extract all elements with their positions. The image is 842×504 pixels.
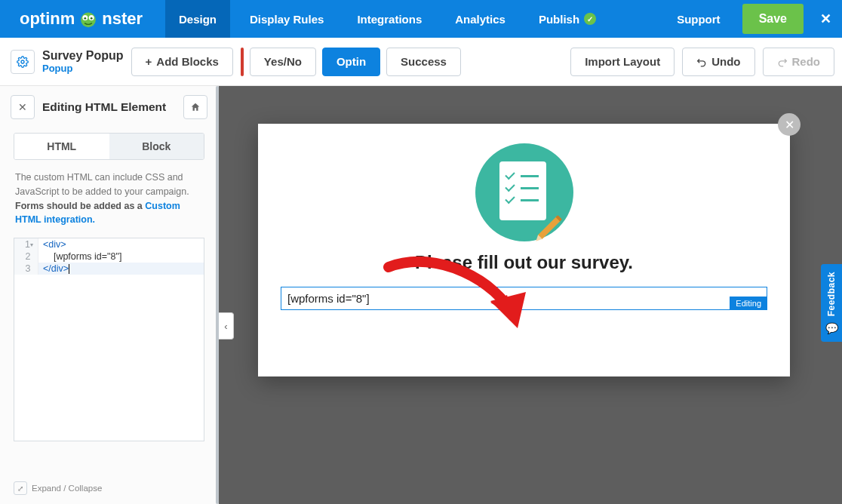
expand-collapse-button[interactable]: ⤢ Expand / Collapse	[14, 481, 102, 495]
step-success-button[interactable]: Success	[386, 48, 461, 76]
survey-checklist-icon	[475, 143, 573, 241]
plus-icon: +	[146, 55, 152, 68]
popup-html-block[interactable]: [wpforms id="8"] Editing	[281, 287, 767, 310]
sidebar-close-button[interactable]: ✕	[11, 95, 35, 119]
close-icon: ✕	[18, 101, 27, 113]
nav-analytics[interactable]: Analytics	[441, 0, 519, 38]
add-blocks-button[interactable]: +Add Blocks	[131, 48, 233, 76]
undo-icon	[696, 57, 707, 67]
step-indicator-bar	[241, 48, 244, 76]
view-step-group: Yes/No Optin Success	[241, 48, 461, 76]
feedback-label: Feedback	[826, 272, 837, 316]
feedback-tab[interactable]: Feedback 💬	[821, 264, 842, 342]
sidebar: ✕ Editing HTML Element HTML Block The cu…	[0, 86, 219, 504]
step-yesno-button[interactable]: Yes/No	[250, 48, 316, 76]
step-optin-button[interactable]: Optin	[322, 48, 380, 76]
redo-button[interactable]: Redo	[763, 48, 835, 76]
campaign-settings-button[interactable]	[11, 50, 35, 74]
nav-tabs: Design Display Rules Integrations Analyt…	[162, 0, 660, 38]
chevron-left-icon: ‹	[224, 321, 227, 332]
logo-text-a: optinm	[20, 9, 75, 29]
publish-check-icon: ✓	[584, 13, 596, 25]
import-layout-button[interactable]: Import Layout	[570, 48, 675, 76]
nav-design[interactable]: Design	[165, 0, 230, 38]
nav-integrations[interactable]: Integrations	[343, 0, 435, 38]
popup-heading[interactable]: Please fill out our survey.	[281, 252, 767, 273]
preview-popup[interactable]: ✕ Please fill out our survey. [wpforms i…	[258, 124, 790, 376]
redo-icon	[777, 57, 788, 67]
sidebar-helptext: The custom HTML can include CSS and Java…	[0, 171, 218, 238]
sidebar-home-button[interactable]	[183, 95, 207, 119]
save-button[interactable]: Save	[742, 4, 804, 34]
top-nav: optinm nster Design Display Rules Integr…	[0, 0, 842, 38]
logo[interactable]: optinm nster	[0, 0, 162, 38]
nav-publish[interactable]: Publish✓	[525, 0, 610, 38]
sidebar-title: Editing HTML Element	[42, 100, 176, 114]
html-block-content: [wpforms id="8"]	[287, 292, 370, 305]
subtab-block[interactable]: Block	[109, 134, 204, 159]
close-app-button[interactable]: ✕	[809, 0, 842, 38]
gear-icon	[17, 56, 29, 68]
preview-canvas: ‹ ✕ Please fill out our survey. [wpforms…	[219, 86, 842, 504]
nav-display-rules[interactable]: Display Rules	[236, 0, 337, 38]
sidebar-subtabs: HTML Block	[14, 133, 204, 160]
nav-support[interactable]: Support	[660, 0, 737, 38]
undo-button[interactable]: Undo	[682, 48, 754, 76]
collapse-sidebar-button[interactable]: ‹	[219, 312, 234, 340]
expand-icon: ⤢	[14, 481, 27, 495]
campaign-type[interactable]: Popup	[42, 63, 124, 74]
svg-point-5	[21, 60, 24, 63]
toolbar: Survey Popup Popup +Add Blocks Yes/No Op…	[0, 38, 842, 86]
editing-badge: Editing	[730, 297, 767, 310]
svg-point-3	[85, 17, 87, 20]
subtab-html[interactable]: HTML	[14, 134, 109, 159]
chat-icon: 💬	[825, 322, 838, 334]
campaign-title: Survey Popup	[42, 49, 124, 63]
sidebar-resize-handle[interactable]	[213, 86, 219, 504]
logo-text-b: nster	[102, 9, 143, 29]
svg-point-4	[91, 17, 93, 20]
main-area: ✕ Editing HTML Element HTML Block The cu…	[0, 86, 842, 504]
svg-point-0	[81, 13, 96, 28]
sidebar-header: ✕ Editing HTML Element	[0, 86, 218, 128]
campaign-info: Survey Popup Popup	[11, 49, 124, 74]
close-icon: ✕	[785, 118, 794, 132]
popup-close-button[interactable]: ✕	[778, 113, 801, 136]
html-code-editor[interactable]: 1▾ <div> 2 [wpforms id="8"] 3 </div>	[14, 238, 204, 441]
logo-monster-icon	[78, 8, 99, 29]
home-icon	[190, 102, 201, 112]
